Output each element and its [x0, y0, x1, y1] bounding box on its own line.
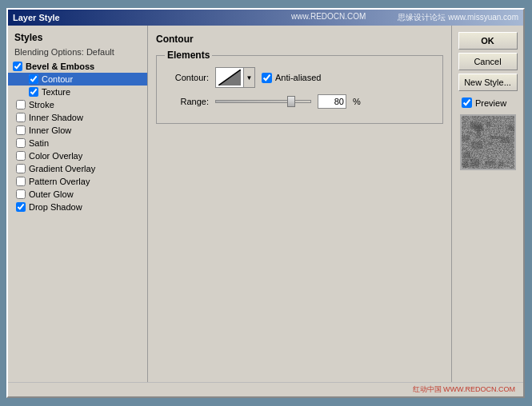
preview-canvas [462, 116, 514, 169]
range-unit: % [353, 97, 361, 106]
sidebar-item-inner-shadow[interactable]: Inner Shadow [8, 111, 147, 124]
texture-checkbox[interactable] [29, 87, 38, 97]
contour-preview-box[interactable] [215, 67, 244, 88]
watermarks: www.REDOCN.COM 思缘设计论坛 www.missyuan.com [291, 12, 518, 23]
inner-shadow-label[interactable]: Inner Shadow [29, 113, 83, 122]
satin-checkbox[interactable] [16, 138, 26, 148]
left-panel: Styles Blending Options: Default Bevel &… [8, 26, 148, 396]
contour-label[interactable]: Contour [42, 74, 73, 84]
outer-glow-label[interactable]: Outer Glow [29, 189, 74, 199]
preview-checkbox[interactable] [462, 98, 472, 108]
color-overlay-label[interactable]: Color Overlay [29, 151, 82, 161]
range-track [215, 100, 311, 103]
right-panel: OK Cancel New Style... Preview [451, 26, 523, 396]
sidebar-item-bevel-emboss[interactable]: Bevel & Emboss [8, 60, 147, 73]
preview-label: Preview [475, 98, 506, 108]
bevel-emboss-label[interactable]: Bevel & Emboss [26, 62, 94, 71]
bottom-bar: 红动中国 WWW.REDOCN.COM [8, 382, 523, 396]
range-slider-container [215, 96, 311, 107]
contour-row: Contour: ▼ Anti-aliased [165, 67, 434, 88]
middle-panel: Contour Elements Contour: ▼ [148, 26, 451, 396]
sidebar-item-contour[interactable]: Contour [8, 73, 147, 86]
title-bar: Layer Style www.REDOCN.COM 思缘设计论坛 www.mi… [8, 10, 523, 26]
drop-shadow-label[interactable]: Drop Shadow [29, 202, 82, 212]
sidebar-item-gradient-overlay[interactable]: Gradient Overlay [8, 162, 147, 175]
sidebar-item-pattern-overlay[interactable]: Pattern Overlay [8, 175, 147, 188]
sidebar-item-texture[interactable]: Texture [8, 86, 147, 98]
styles-label: Styles [8, 30, 147, 46]
inner-glow-label[interactable]: Inner Glow [29, 125, 71, 135]
inner-shadow-checkbox[interactable] [16, 113, 26, 122]
dialog-body: Styles Blending Options: Default Bevel &… [8, 26, 523, 396]
cancel-button[interactable]: Cancel [458, 53, 518, 70]
preview-image [460, 114, 516, 170]
sidebar-item-color-overlay[interactable]: Color Overlay [8, 149, 147, 162]
contour-section-title: Contour [156, 34, 443, 45]
contour-checkbox[interactable] [29, 74, 38, 84]
drop-shadow-checkbox[interactable] [16, 202, 26, 212]
dialog-title: Layer Style [13, 13, 60, 22]
satin-label[interactable]: Satin [29, 138, 49, 148]
outer-glow-checkbox[interactable] [16, 189, 26, 199]
texture-label[interactable]: Texture [42, 87, 70, 97]
ok-button[interactable]: OK [458, 32, 518, 50]
contour-form-label: Contour: [165, 73, 209, 82]
anti-alias-checkbox[interactable] [262, 73, 272, 83]
gradient-overlay-label[interactable]: Gradient Overlay [29, 164, 95, 173]
bottom-bar-text: 红动中国 WWW.REDOCN.COM [413, 385, 516, 393]
anti-alias-label: Anti-aliased [275, 73, 321, 82]
inner-glow-checkbox[interactable] [16, 125, 26, 135]
range-thumb[interactable] [287, 96, 295, 107]
contour-curve-icon [218, 70, 241, 86]
preview-row: Preview [458, 98, 506, 108]
sidebar-item-outer-glow[interactable]: Outer Glow [8, 188, 147, 201]
stroke-label[interactable]: Stroke [29, 100, 54, 109]
layer-style-dialog: Layer Style www.REDOCN.COM 思缘设计论坛 www.mi… [6, 8, 525, 398]
range-value-input[interactable] [318, 94, 346, 109]
stroke-checkbox[interactable] [16, 100, 26, 109]
sidebar-item-satin[interactable]: Satin [8, 137, 147, 149]
contour-control: ▼ [215, 67, 255, 88]
watermark2: 思缘设计论坛 www.missyuan.com [398, 12, 518, 23]
sidebar-item-drop-shadow[interactable]: Drop Shadow [8, 201, 147, 213]
pattern-overlay-checkbox[interactable] [16, 177, 26, 186]
elements-legend: Elements [165, 50, 212, 61]
contour-dropdown-button[interactable]: ▼ [244, 67, 255, 88]
elements-fieldset: Elements Contour: ▼ [156, 50, 443, 124]
new-style-button[interactable]: New Style... [458, 74, 518, 91]
gradient-overlay-checkbox[interactable] [16, 164, 26, 173]
pattern-overlay-label[interactable]: Pattern Overlay [29, 177, 90, 186]
watermark1: www.REDOCN.COM [291, 12, 366, 23]
color-overlay-checkbox[interactable] [16, 151, 26, 161]
blending-options-label[interactable]: Blending Options: Default [8, 46, 147, 60]
range-form-label: Range: [165, 97, 209, 106]
anti-alias-row: Anti-aliased [262, 73, 321, 83]
sidebar-item-stroke[interactable]: Stroke [8, 98, 147, 111]
bevel-emboss-checkbox[interactable] [13, 62, 22, 71]
sidebar-item-inner-glow[interactable]: Inner Glow [8, 124, 147, 137]
range-row: Range: % [165, 94, 434, 109]
